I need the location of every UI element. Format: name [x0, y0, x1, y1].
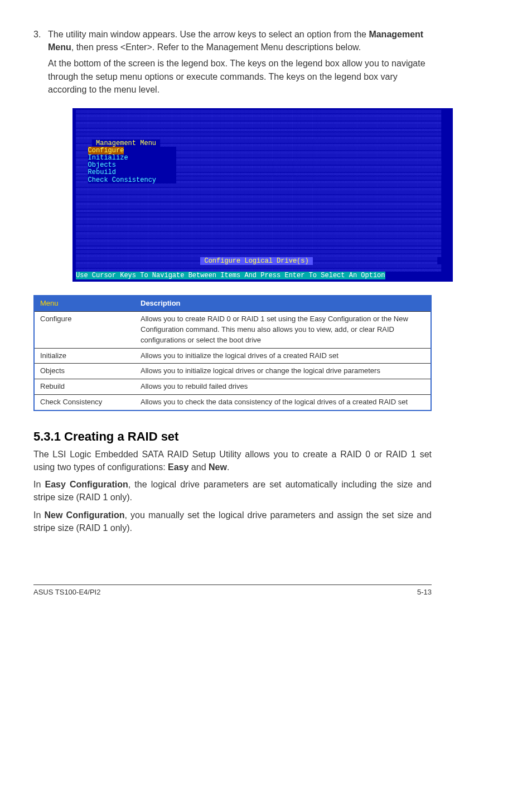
console-screenshot: ▒▒▒▒▒▒▒▒▒▒▒▒▒▒▒▒▒▒▒▒▒▒▒▒▒▒▒▒▒▒▒▒▒▒▒▒▒▒▒▒… [72, 108, 453, 282]
table-header-menu: Menu [34, 296, 135, 311]
cell-desc: Allows you to rebuild failed drives [135, 379, 431, 395]
console-status: Configure Logical Drive(s) [200, 257, 313, 265]
table-row: Check Consistency Allows you to check th… [34, 395, 431, 410]
step-number: 3. [33, 28, 48, 99]
p1-b1: Easy [168, 462, 188, 472]
p2-bold: Easy Configuration [45, 480, 128, 489]
console-item-configure: Configure [88, 147, 124, 154]
cell-menu: Configure [34, 312, 135, 349]
section-p3: In New Configuration, you manually set t… [33, 509, 432, 534]
section-p1: The LSI Logic Embedded SATA RAID Setup U… [33, 448, 432, 474]
p1-suffix: . [227, 462, 229, 472]
cell-desc: Allows you to initialize logical drives … [135, 364, 431, 379]
cell-desc: Allows you to check the data consistency… [135, 395, 431, 410]
cell-desc: Allows you to create RAID 0 or RAID 1 se… [135, 312, 431, 349]
p1-prefix: The LSI Logic Embedded SATA RAID Setup U… [33, 450, 432, 472]
table-row: Initialize Allows you to initialize the … [34, 348, 431, 364]
footer-right: 5-13 [417, 587, 432, 598]
table-row: Rebuild Allows you to rebuild failed dri… [34, 379, 431, 395]
step-para-1: The utility main window appears. Use the… [48, 28, 432, 54]
console-footer: Use Cursor Keys To Navigate Between Item… [76, 272, 385, 279]
console-item-initialize: Initialize [88, 154, 128, 162]
cell-menu: Initialize [34, 348, 135, 364]
cell-menu: Rebuild [34, 379, 135, 395]
section-heading: 5.3.1 Creating a RAID set [33, 428, 432, 446]
cell-desc: Allows you to initialize the logical dri… [135, 348, 431, 364]
step-para-2: At the bottom of the screen is the legen… [48, 57, 432, 96]
cell-menu: Objects [34, 364, 135, 379]
table-row: Configure Allows you to create RAID 0 or… [34, 312, 431, 349]
table-header-desc: Description [135, 296, 431, 311]
step-block: 3. The utility main window appears. Use … [33, 28, 432, 99]
page-footer: ASUS TS100-E4/PI2 5-13 [33, 584, 432, 598]
menu-description-table: Menu Description Configure Allows you to… [33, 295, 432, 411]
p1-mid: and [188, 462, 209, 472]
console-item-check: Check Consistency [88, 176, 156, 184]
p2-prefix: In [33, 480, 45, 489]
console-menu-header: Management Menu [92, 139, 160, 147]
section-p2: In Easy Configuration, the logical drive… [33, 478, 432, 504]
section-body: The LSI Logic Embedded SATA RAID Setup U… [33, 448, 432, 534]
p3-prefix: In [33, 510, 45, 520]
footer-left: ASUS TS100-E4/PI2 [33, 587, 100, 598]
p3-bold: New Configuration [45, 510, 125, 520]
cell-menu: Check Consistency [34, 395, 135, 410]
p1-b2: New [209, 462, 227, 472]
console-item-rebuild: Rebuild [88, 168, 116, 176]
step-para1-prefix: The utility main window appears. Use the… [48, 30, 369, 39]
table-row: Objects Allows you to initialize logical… [34, 364, 431, 379]
step-para1-suffix: , then press <Enter>. Refer to the Manag… [71, 42, 361, 52]
step-content: The utility main window appears. Use the… [48, 28, 432, 99]
console-item-objects: Objects [88, 161, 116, 169]
